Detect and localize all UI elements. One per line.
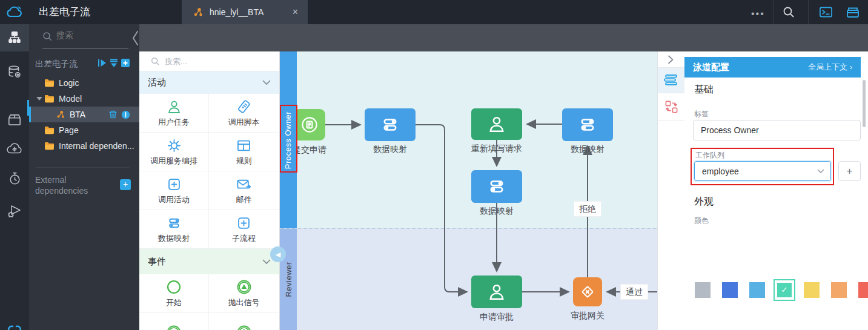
edge-label-pass[interactable]: 通过 (620, 284, 648, 300)
rule-icon (236, 137, 252, 154)
node-refill-request[interactable] (471, 108, 522, 140)
lane-strip-process-owner[interactable]: Process Owner (280, 51, 297, 228)
activity-item-cloud-import[interactable] (6, 141, 23, 157)
external-dependencies-label: External dependencies (35, 174, 114, 196)
palette-section-activity[interactable]: 活动 (139, 71, 279, 94)
activity-item-timer[interactable] (7, 171, 22, 186)
tab-label: hnie_lyl__BTA (210, 7, 263, 17)
activity-item-database-settings[interactable] (7, 64, 22, 80)
queue-field-caption: 工作队列 (695, 150, 724, 160)
utility-item-swimlane[interactable] (658, 68, 685, 93)
global-context-link[interactable]: 全局上下文 › (808, 62, 852, 73)
palette-item-user-task[interactable]: 用户任务 (139, 94, 209, 133)
tree-item-internal-dependencies[interactable]: Internal dependen... (29, 138, 139, 154)
color-caption: 颜色 (694, 216, 709, 226)
work-queue-select[interactable]: employee (694, 161, 831, 181)
caret-down-icon[interactable] (36, 97, 42, 101)
app-title: 出差电子流 (39, 0, 90, 24)
color-swatch[interactable] (722, 282, 738, 298)
palette-search[interactable] (139, 51, 279, 71)
label-field-input[interactable] (693, 120, 861, 140)
palette-search-input[interactable] (165, 57, 256, 66)
tree-item-page[interactable]: Page (29, 122, 139, 138)
color-swatch[interactable] (831, 282, 847, 298)
palette-item-partial-catch-signal[interactable] (209, 313, 279, 330)
catch-signal-icon (236, 324, 253, 330)
color-swatch[interactable] (804, 282, 820, 298)
explorer-search-icon (42, 31, 53, 42)
document-circle-icon (300, 115, 319, 134)
tree-item-logic[interactable]: Logic (29, 75, 139, 91)
color-swatch-selected[interactable]: ✓ (777, 283, 792, 297)
more-ellipsis-icon[interactable]: ••• (751, 8, 765, 19)
model-molecule-icon (56, 110, 65, 119)
palette-item-mail[interactable]: 邮件 (209, 171, 279, 210)
work-queue-value: employee (702, 167, 739, 176)
inspector-scrollbar[interactable] (863, 80, 866, 127)
palette-item-call-orchestration[interactable]: 调用服务编排 (139, 133, 209, 171)
node-label: 申请审批 (472, 312, 521, 323)
tree-item-bta[interactable]: BTA (29, 107, 139, 122)
search-icon (150, 56, 160, 66)
folder-icon (44, 79, 55, 87)
data-mapping-icon (577, 114, 598, 135)
color-swatch[interactable] (695, 282, 711, 298)
collapse-panel-chevron-icon[interactable] (666, 54, 675, 65)
info-icon[interactable] (121, 110, 130, 119)
explorer-collapse-icon[interactable] (130, 29, 141, 47)
node-data-mapping-2[interactable] (562, 108, 613, 141)
expand-run-icon[interactable] (98, 58, 107, 68)
color-swatch[interactable] (858, 282, 868, 298)
palette-collapse-handle[interactable]: ◀ (270, 246, 286, 262)
tab-hnie-lyl-bta[interactable]: hnie_lyl__BTA × (182, 0, 308, 24)
tree-item-label: Logic (59, 78, 79, 88)
explorer-search-input[interactable] (56, 30, 126, 40)
inspector-title: 泳道配置 (693, 62, 729, 73)
palette-item-sub-process[interactable]: 子流程 (209, 210, 279, 249)
palette-item-label: 用户任务 (158, 117, 190, 128)
delete-icon[interactable] (108, 110, 118, 119)
activity-item-model-tree[interactable] (0, 24, 29, 51)
gateway-diamond-icon (578, 283, 597, 301)
section-basic: 基础 (694, 84, 714, 96)
add-external-dependency-button[interactable]: + (120, 179, 131, 190)
throw-signal-icon (236, 279, 253, 295)
add-queue-button[interactable]: + (838, 161, 861, 181)
edge-label-reject[interactable]: 拒绝 (574, 201, 601, 217)
add-model-icon[interactable] (121, 58, 130, 68)
node-data-mapping-1[interactable] (365, 108, 416, 141)
palette-item-throw-signal[interactable]: 抛出信号 (209, 274, 279, 313)
palette-item-start-event[interactable]: 开始 (139, 274, 209, 313)
process-canvas[interactable]: 提交申请 数据映射 重新填写请求 数据映射 (280, 51, 657, 330)
folder-icon (44, 94, 55, 103)
lane-strip-reviewer[interactable]: Reviewer (280, 229, 297, 330)
node-approve-request[interactable] (471, 276, 522, 308)
tree-item-label: Internal dependen... (59, 141, 134, 151)
palette-section-event[interactable]: 事件 (139, 249, 279, 274)
search-icon[interactable] (782, 5, 795, 19)
palette-item-data-mapping[interactable]: 数据映射 (139, 210, 209, 249)
call-activity-icon (166, 176, 182, 193)
activity-item-debug-run[interactable] (6, 203, 23, 219)
palette-item-call-script[interactable]: 调用脚本 (209, 94, 279, 133)
tab-close-icon[interactable]: × (293, 7, 298, 18)
palette-item-call-activity[interactable]: 调用活动 (139, 171, 209, 210)
explorer-root-label: 出差电子流 (35, 59, 78, 70)
utility-item-transform[interactable] (664, 100, 678, 114)
terminal-icon[interactable] (819, 5, 833, 19)
palette-item-rule[interactable]: 规则 (209, 133, 279, 171)
node-approval-gateway[interactable] (573, 277, 602, 306)
collapse-all-icon[interactable] (109, 58, 119, 68)
model-molecule-icon (193, 7, 204, 18)
color-swatch[interactable] (749, 282, 765, 298)
node-submit-request[interactable] (294, 109, 325, 140)
palette-item-partial-timer[interactable] (139, 313, 209, 330)
node-data-mapping-3[interactable] (471, 170, 522, 203)
call-script-icon (236, 99, 252, 115)
archive-icon[interactable] (846, 6, 860, 19)
activity-item-package[interactable] (7, 112, 22, 128)
activity-bar (0, 24, 29, 330)
tree-item-model[interactable]: Model (29, 91, 139, 107)
palette-item-label: 调用服务编排 (150, 156, 197, 167)
data-mapping-icon (380, 114, 400, 135)
